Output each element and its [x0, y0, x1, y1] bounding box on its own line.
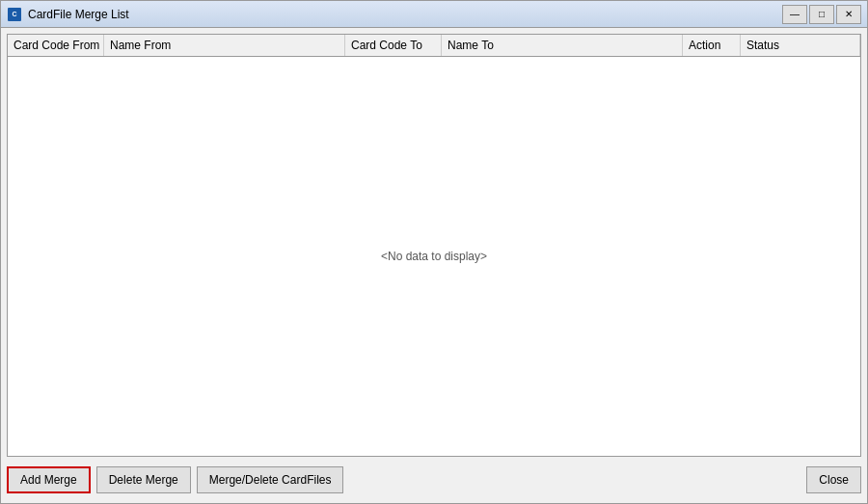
- minimize-button[interactable]: —: [782, 5, 807, 24]
- window-controls: — □ ✕: [782, 5, 861, 24]
- content-area: Card Code From Name From Card Code To Na…: [1, 28, 867, 503]
- footer-buttons: Add Merge Delete Merge Merge/Delete Card…: [7, 463, 861, 497]
- title-bar: C CardFile Merge List — □ ✕: [1, 1, 867, 28]
- col-header-card-code-from: Card Code From: [8, 35, 104, 56]
- grid-header: Card Code From Name From Card Code To Na…: [8, 35, 860, 57]
- close-window-button[interactable]: ✕: [836, 5, 861, 24]
- merge-delete-cardfiles-button[interactable]: Merge/Delete CardFiles: [197, 466, 344, 493]
- no-data-message: <No data to display>: [381, 250, 487, 263]
- data-grid: Card Code From Name From Card Code To Na…: [7, 34, 861, 457]
- window-title: CardFile Merge List: [28, 8, 782, 21]
- col-header-name-to: Name To: [442, 35, 683, 56]
- col-header-status: Status: [741, 35, 860, 56]
- col-header-name-from: Name From: [104, 35, 345, 56]
- col-header-card-code-to: Card Code To: [345, 35, 442, 56]
- app-icon: C: [7, 7, 22, 22]
- add-merge-button[interactable]: Add Merge: [7, 466, 91, 493]
- main-window: C CardFile Merge List — □ ✕ Card Code Fr…: [0, 0, 868, 504]
- col-header-action: Action: [683, 35, 741, 56]
- maximize-button[interactable]: □: [809, 5, 834, 24]
- close-button[interactable]: Close: [806, 466, 861, 493]
- delete-merge-button[interactable]: Delete Merge: [96, 466, 191, 493]
- grid-body: <No data to display>: [8, 57, 860, 456]
